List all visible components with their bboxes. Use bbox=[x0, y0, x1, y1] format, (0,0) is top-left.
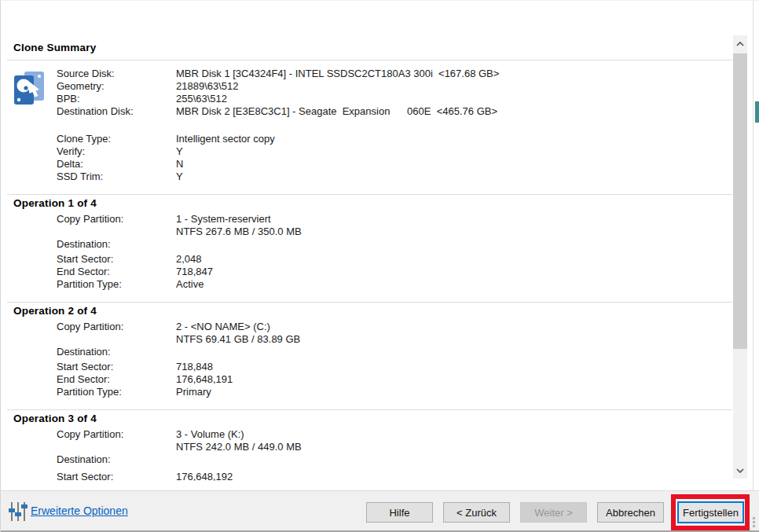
cancel-button[interactable]: Abbrechen bbox=[597, 502, 664, 523]
summary-row: Destination Disk:MBR Disk 2 [E3E8C3C1] -… bbox=[57, 105, 499, 118]
resize-grip[interactable] bbox=[747, 516, 755, 527]
op-row: Start Sector:2,048 bbox=[57, 253, 302, 266]
settings-row: Delta:N bbox=[57, 158, 275, 171]
divider bbox=[7, 194, 732, 195]
clone-settings: Clone Type:Intelligent sector copy Verif… bbox=[57, 133, 275, 183]
vertical-scrollbar[interactable] bbox=[733, 35, 747, 479]
op-row: Start Sector:176,648,192 bbox=[57, 471, 302, 481]
clone-wizard-dialog: { "window": { "title": "Klonen", "headin… bbox=[0, 0, 759, 532]
summary-row: Geometry:21889\63\512 bbox=[57, 80, 499, 93]
finish-button[interactable]: Fertigstellen bbox=[677, 501, 744, 523]
op-row: Destination: bbox=[57, 453, 302, 466]
divider bbox=[7, 302, 732, 303]
disk-summary: Source Disk:MBR Disk 1 [3C4324F4] - INTE… bbox=[57, 68, 499, 118]
summary-row: Source Disk:MBR Disk 1 [3C4324F4] - INTE… bbox=[57, 68, 499, 80]
operation-3-heading: Operation 3 of 4 bbox=[13, 413, 97, 424]
page-title: Clone Summary bbox=[13, 42, 96, 53]
operation-2-details: Copy Partition:2 - <NO NAME> (C:) NTFS 6… bbox=[57, 321, 300, 398]
back-button[interactable]: < Zurück bbox=[443, 502, 510, 523]
sliders-icon bbox=[9, 501, 28, 525]
op-row: Destination: bbox=[57, 238, 302, 251]
op-row: Copy Partition:2 - <NO NAME> (C:) bbox=[57, 321, 300, 333]
advanced-options-link[interactable]: Erweiterte Optionen bbox=[31, 504, 128, 517]
op-row: Start Sector:718,848 bbox=[57, 361, 300, 373]
settings-row: SSD Trim:Y bbox=[57, 171, 275, 183]
op-row: End Sector:718,847 bbox=[57, 266, 302, 278]
next-button: Weiter > bbox=[520, 502, 587, 523]
scrollbar-thumb[interactable] bbox=[733, 53, 747, 349]
settings-row: Clone Type:Intelligent sector copy bbox=[57, 133, 275, 145]
divider bbox=[7, 60, 732, 61]
clone-disks-icon bbox=[11, 69, 46, 109]
scroll-up-icon[interactable] bbox=[733, 35, 747, 52]
operation-1-heading: Operation 1 of 4 bbox=[13, 197, 97, 209]
op-row: Partition Type:Active bbox=[57, 278, 302, 291]
op-row: Partition Type:Primary bbox=[57, 386, 300, 398]
clone-summary-pane: Clone Summary Source Disk:MBR Disk 1 [3C… bbox=[1, 1, 753, 481]
dialog-footer: Erweiterte Optionen Hilfe < Zurück Weite… bbox=[1, 490, 759, 531]
settings-row: Verify:Y bbox=[57, 145, 275, 158]
op-row: NTFS 267.6 MB / 350.0 MB bbox=[57, 226, 302, 238]
divider bbox=[7, 409, 732, 410]
op-row: NTFS 242.0 MB / 449.0 MB bbox=[57, 441, 302, 453]
op-row: NTFS 69.41 GB / 83.89 GB bbox=[57, 333, 300, 346]
scroll-down-icon[interactable] bbox=[733, 462, 747, 479]
op-row: Destination: bbox=[57, 346, 300, 358]
operation-1-details: Copy Partition:1 - System-reserviert NTF… bbox=[57, 213, 302, 291]
background-window-edge bbox=[753, 1, 754, 490]
operation-3-details: Copy Partition:3 - Volume (K:) NTFS 242.… bbox=[57, 428, 302, 481]
background-window-teal-mark bbox=[755, 101, 759, 123]
help-button[interactable]: Hilfe bbox=[366, 502, 433, 523]
operation-2-heading: Operation 2 of 4 bbox=[13, 305, 97, 317]
op-row: Copy Partition:3 - Volume (K:) bbox=[57, 428, 302, 441]
op-row: Copy Partition:1 - System-reserviert bbox=[57, 213, 302, 226]
summary-row: BPB:255\63\512 bbox=[57, 93, 499, 105]
op-row: End Sector:176,648,191 bbox=[57, 373, 300, 386]
